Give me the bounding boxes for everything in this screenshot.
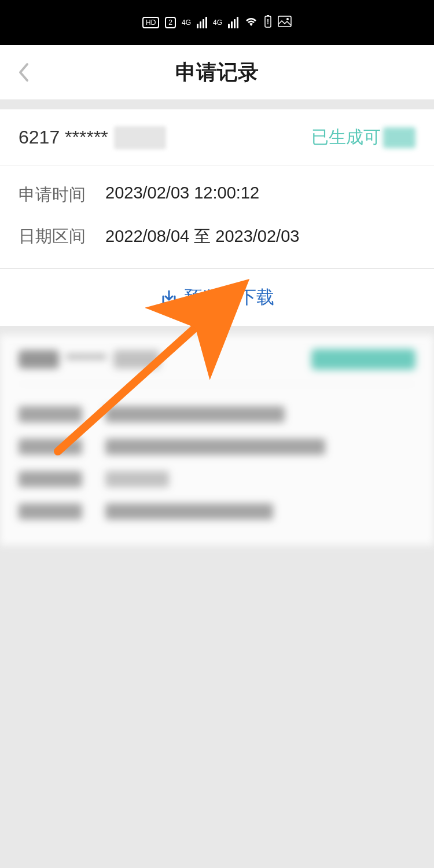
network-4g-1: 4G (182, 19, 191, 27)
back-button[interactable] (12, 61, 35, 84)
svg-point-4 (286, 18, 289, 20)
preview-download-button[interactable]: 预览并下载 (160, 285, 274, 310)
image-icon (278, 16, 292, 30)
status-badge: 已生成可 (311, 126, 415, 149)
date-range-row: 日期区间 2022/08/04 至 2023/02/03 (0, 216, 434, 258)
date-range-value: 2022/08/04 至 2023/02/03 (105, 225, 299, 248)
apply-time-row: 申请时间 2023/02/03 12:00:12 (0, 174, 434, 216)
network-4g-2: 4G (213, 19, 222, 27)
action-bar: 预览并下载 (0, 269, 434, 326)
battery-warning-icon: ! (264, 14, 272, 31)
apply-time-label: 申请时间 (19, 183, 105, 207)
chevron-left-icon (17, 62, 30, 83)
signal-icon-1 (197, 17, 207, 28)
status-text-masked (383, 127, 415, 148)
record-card: 6217 ****** 已生成可 申请时间 2023/02/03 12:00:1… (0, 109, 434, 268)
download-icon (160, 289, 178, 306)
status-text: 已生成可 (311, 126, 381, 149)
status-bar: HD 2 4G 4G ! (0, 0, 434, 45)
svg-text:!: ! (267, 18, 269, 26)
page-title: 申请记录 (0, 58, 434, 87)
download-label: 预览并下载 (185, 285, 274, 310)
wifi-icon (244, 16, 258, 30)
status-icons-group: HD 2 4G 4G ! (142, 14, 292, 31)
date-range-label: 日期区间 (19, 225, 105, 248)
account-number: 6217 ****** (19, 126, 166, 149)
apply-time-value: 2023/02/03 12:00:12 (105, 183, 259, 207)
record-card-blurred: ****** (0, 335, 434, 545)
signal-icon-2 (228, 17, 238, 28)
navbar: 申请记录 (0, 45, 434, 100)
svg-rect-3 (278, 16, 291, 27)
account-number-masked (114, 126, 166, 149)
record-body: 申请时间 2023/02/03 12:00:12 日期区间 2022/08/04… (0, 166, 434, 268)
account-number-text: 6217 ****** (19, 127, 108, 148)
svg-rect-1 (267, 15, 269, 16)
record-header: 6217 ****** 已生成可 (0, 109, 434, 166)
sim-icon: 2 (165, 17, 176, 28)
hd-icon: HD (142, 17, 159, 28)
